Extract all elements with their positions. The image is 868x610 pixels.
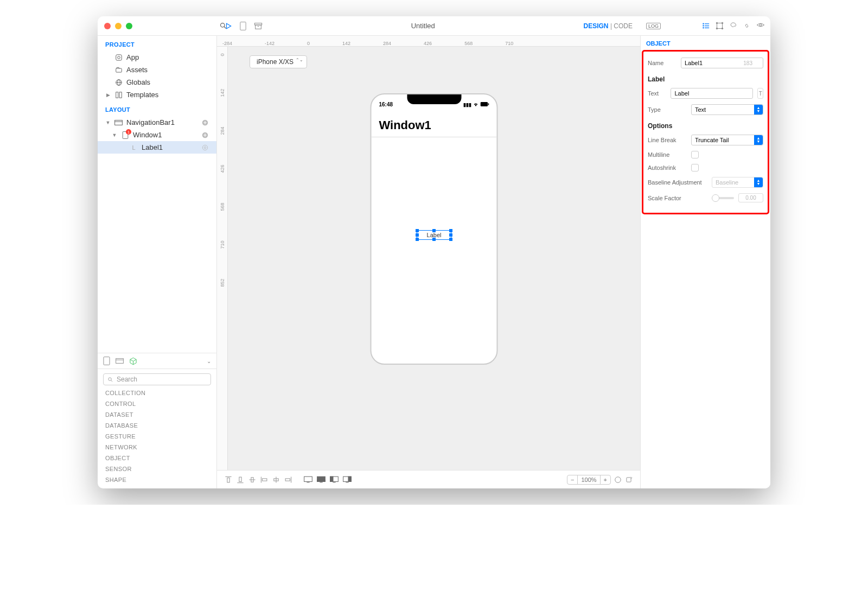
type-label: Type xyxy=(648,106,687,113)
fit-icon[interactable] xyxy=(614,476,622,484)
linebreak-select[interactable]: Truncate Tail ▲▼ xyxy=(691,135,763,145)
type-select[interactable]: Text ▲▼ xyxy=(691,104,763,115)
app-window: PROJECT App Assets Globals ▶ Templates xyxy=(98,16,770,488)
tree-item-navigationbar[interactable]: ▼ NavigationBar1 xyxy=(98,116,216,129)
component-palette: Search COLLECTION CONTROL DATASET DATABA… xyxy=(98,368,216,488)
svg-point-51 xyxy=(615,476,621,482)
zoom-in-button[interactable]: + xyxy=(600,475,610,484)
battery-icon xyxy=(481,102,489,107)
text-style-icon[interactable]: T xyxy=(757,88,763,99)
text-label: Text xyxy=(648,90,666,97)
navbar-small-icon[interactable] xyxy=(116,358,124,364)
svg-rect-31 xyxy=(239,477,241,481)
inspector-panel: LOG OBJECT Name 183 Labe xyxy=(640,36,770,488)
tree-label: Label1 xyxy=(142,143,163,151)
align-left-icon[interactable] xyxy=(260,476,268,484)
autoshrink-checkbox[interactable] xyxy=(691,164,699,171)
zoom-icon[interactable] xyxy=(126,23,132,29)
left-sidebar: PROJECT App Assets Globals ▶ Templates xyxy=(98,36,217,488)
zoom-control[interactable]: − 100% + xyxy=(567,475,611,485)
svg-rect-35 xyxy=(263,478,267,480)
add-icon[interactable] xyxy=(201,131,209,139)
palette-category[interactable]: DATABASE xyxy=(103,418,211,429)
alignment-tools xyxy=(225,476,352,484)
selected-label[interactable]: Label xyxy=(417,230,452,240)
scalefactor-label: Scale Factor xyxy=(648,195,707,201)
svg-rect-46 xyxy=(330,476,333,481)
text-field[interactable] xyxy=(671,88,753,99)
scalefactor-slider xyxy=(712,197,734,199)
svg-rect-4 xyxy=(116,68,122,72)
screen-icon[interactable] xyxy=(317,476,326,484)
cube-icon[interactable] xyxy=(129,357,137,365)
tree-item-label[interactable]: L Label1 xyxy=(98,141,216,154)
titlebar xyxy=(98,16,770,36)
zoom-out-button[interactable]: − xyxy=(567,475,578,484)
target-icon[interactable] xyxy=(201,144,209,151)
scalefactor-value: 0.00 xyxy=(738,193,763,202)
palette-toolbar: ⌄ xyxy=(98,353,216,368)
multiline-label: Multiline xyxy=(648,151,687,158)
svg-rect-29 xyxy=(227,478,229,482)
tree-item-globals[interactable]: Globals xyxy=(98,76,216,88)
align-vcenter-icon[interactable] xyxy=(248,476,256,484)
tree-item-app[interactable]: App xyxy=(98,51,216,63)
canvas[interactable]: iPhone X/XS 16:48 ▮▮▮ xyxy=(228,47,640,470)
baseline-label: Baseline Adjustment xyxy=(648,179,707,186)
add-icon[interactable] xyxy=(201,119,209,126)
svg-point-0 xyxy=(221,23,225,28)
palette-search[interactable]: Search xyxy=(103,373,211,385)
tree-item-assets[interactable]: Assets xyxy=(98,63,216,76)
svg-rect-27 xyxy=(488,103,489,105)
folder-icon xyxy=(114,66,123,74)
svg-rect-17 xyxy=(104,357,110,365)
linebreak-label: Line Break xyxy=(648,137,687,143)
palette-category[interactable]: NETWORK xyxy=(103,440,211,450)
device-selector[interactable]: iPhone X/XS xyxy=(250,55,307,68)
svg-line-1 xyxy=(224,27,226,28)
inspector-header: OBJECT xyxy=(641,36,770,50)
screen-icon[interactable] xyxy=(304,476,312,484)
badge: 1 xyxy=(126,129,131,135)
palette-category[interactable]: OBJECT xyxy=(103,450,211,461)
svg-rect-9 xyxy=(119,92,122,98)
palette-category[interactable]: SHAPE xyxy=(103,472,211,483)
screen-icon[interactable] xyxy=(330,476,339,484)
status-icons: ▮▮▮ xyxy=(463,102,489,107)
device-icon[interactable] xyxy=(103,357,110,365)
label-icon: L xyxy=(130,143,138,151)
align-hcenter-icon[interactable] xyxy=(272,476,280,484)
close-icon[interactable] xyxy=(104,23,111,29)
search-icon[interactable] xyxy=(219,22,227,30)
window-controls xyxy=(104,23,132,29)
baseline-select: Baseline ▲▼ xyxy=(712,177,763,188)
palette-category[interactable]: CONTROL xyxy=(103,396,211,407)
tree-item-templates[interactable]: ▶ Templates xyxy=(98,88,216,101)
ruler-horizontal: -284 -142 0 142 284 426 568 710 xyxy=(217,36,640,47)
tree-label: App xyxy=(126,53,139,61)
palette-category[interactable]: COLLECTION xyxy=(103,385,211,396)
name-id: 183 xyxy=(743,60,752,66)
navbar-icon xyxy=(114,118,123,126)
rotate-icon[interactable] xyxy=(625,476,633,484)
align-top-icon[interactable] xyxy=(225,476,232,484)
palette-category[interactable]: SENSOR xyxy=(103,461,211,472)
tree-label: Assets xyxy=(126,66,148,74)
layout-header: LAYOUT xyxy=(98,101,216,116)
chevron-down-icon[interactable]: ⌄ xyxy=(207,358,211,364)
label-section: Label xyxy=(648,71,763,85)
tree-item-window[interactable]: ▼ 1 Window1 xyxy=(98,129,216,141)
palette-category[interactable]: GESTURE xyxy=(103,429,211,440)
zoom-value: 100% xyxy=(578,475,599,484)
globe-icon xyxy=(114,78,123,86)
align-bottom-icon[interactable] xyxy=(237,476,244,484)
svg-rect-2 xyxy=(116,54,122,60)
tree-label: NavigationBar1 xyxy=(126,118,175,126)
wifi-icon xyxy=(473,102,479,107)
screen-icon[interactable] xyxy=(343,476,352,484)
minimize-icon[interactable] xyxy=(115,23,122,29)
notch xyxy=(407,94,461,104)
multiline-checkbox[interactable] xyxy=(691,151,699,158)
align-right-icon[interactable] xyxy=(284,476,292,484)
palette-category[interactable]: DATASET xyxy=(103,407,211,418)
